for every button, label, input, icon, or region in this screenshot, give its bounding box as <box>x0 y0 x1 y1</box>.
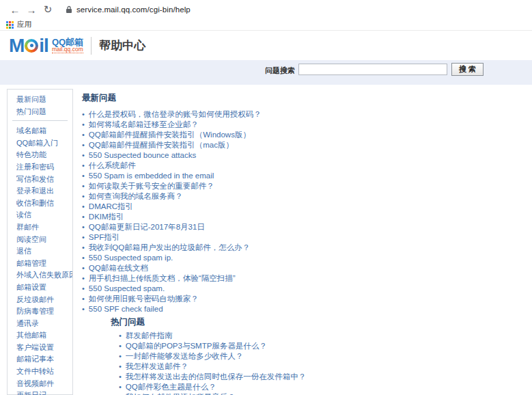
list-item: 我如何在邮件里添加背景音乐？ <box>119 392 526 395</box>
sidebar-link[interactable]: 最新问题 <box>16 95 46 103</box>
latest-question-link[interactable]: 550 Spam is embedded in the email <box>89 172 214 180</box>
bookmark-apps[interactable]: 应用 <box>17 20 31 29</box>
latest-question-link[interactable]: 如何读取关于账号安全的重要邮件？ <box>89 182 214 190</box>
latest-questions-list: 什么是授权码，微信登录的账号如何使用授权码？如何将域名邮箱迁移至企业邮？QQ邮箱… <box>82 109 526 314</box>
hot-question-link[interactable]: 一封邮件能够发送给多少收件人？ <box>126 352 244 360</box>
hot-question-link[interactable]: 群发邮件指南 <box>126 331 173 340</box>
sidebar-link[interactable]: 防病毒管理 <box>16 307 54 315</box>
list-item: 我怎样发送邮件？ <box>119 362 526 372</box>
sidebar-link[interactable]: 邮箱记事本 <box>16 355 54 363</box>
list-item: 退信 <box>8 245 72 257</box>
logo-ring-icon <box>25 39 38 53</box>
latest-question-link[interactable]: 如何将域名邮箱迁移至企业邮？ <box>89 120 199 128</box>
list-item: DKIM指引 <box>82 212 526 222</box>
address-bar[interactable]: service.mail.qq.com/cgi-bin/help <box>66 5 191 14</box>
sidebar-link[interactable]: 邮箱管理 <box>16 259 46 267</box>
site-header: M il QQ邮箱 mail.qq.com 帮助中心 <box>0 31 532 60</box>
list-item: 550 Suspected spam ip. <box>82 253 526 263</box>
list-item: DMARC指引 <box>82 202 526 212</box>
list-item: 群发邮件指南 <box>119 331 526 341</box>
sidebar-link[interactable]: 阅读空间 <box>16 235 46 243</box>
sidebar-link[interactable]: 登录和退出 <box>16 187 54 195</box>
sidebar-link[interactable]: 收信和删信 <box>16 199 54 207</box>
sidebar-link[interactable]: 邮箱设置 <box>16 283 46 291</box>
list-item: 我收到QQ邮箱用户发出的垃圾邮件，怎么办？ <box>82 243 526 253</box>
sidebar-link[interactable]: 文件中转站 <box>16 367 54 375</box>
latest-question-link[interactable]: 我收到QQ邮箱用户发出的垃圾邮件，怎么办？ <box>89 243 250 251</box>
latest-questions-title: 最新问题 <box>82 92 526 104</box>
sidebar-divider <box>12 120 68 121</box>
latest-question-link[interactable]: 如何查询我的域名服务商？ <box>89 192 183 200</box>
latest-question-link[interactable]: DKIM指引 <box>89 213 124 221</box>
search-button[interactable]: 搜 索 <box>451 63 484 76</box>
list-item: QQ邮箱入门 <box>8 137 72 149</box>
sidebar-link[interactable]: 通讯录 <box>16 319 39 327</box>
url-text: service.mail.qq.com/cgi-bin/help <box>76 5 191 14</box>
sidebar-link[interactable]: 退信 <box>16 247 31 255</box>
latest-question-link[interactable]: 550 SPF check failed <box>89 305 163 313</box>
qqmail-logo[interactable]: M il QQ邮箱 mail.qq.com <box>9 36 83 55</box>
apps-grid-icon[interactable] <box>6 21 14 29</box>
sidebar-primary-list: 最新问题热门问题 <box>8 93 72 117</box>
reload-icon[interactable]: ↻ <box>40 3 56 16</box>
list-item: 一封邮件能够发送给多少收件人？ <box>119 351 526 362</box>
sidebar-link[interactable]: 特色功能 <box>16 150 46 159</box>
list-item: QQ邮件彩色主题是什么？ <box>119 382 526 392</box>
list-item: 550 SPF check failed <box>82 304 526 314</box>
sidebar-link[interactable]: 写信和发信 <box>16 175 54 183</box>
sidebar-link[interactable]: 音视频邮件 <box>16 379 54 387</box>
brand-name: QQ邮箱 <box>52 38 83 47</box>
back-icon[interactable]: ← <box>7 4 23 16</box>
sidebar-link[interactable]: 更新日记 <box>16 391 46 395</box>
latest-question-link[interactable]: 550 Suspected bounce attacks <box>89 151 196 159</box>
list-item: 550 Suspected spam. <box>82 284 526 294</box>
latest-question-link[interactable]: QQ邮箱邮件提醒插件安装指引（mac版） <box>89 141 234 149</box>
list-item: 550 Spam is embedded in the email <box>82 171 526 181</box>
hot-questions-list: 群发邮件指南QQ邮箱的POP3与SMTP服务器是什么？一封邮件能够发送给多少收件… <box>119 331 526 395</box>
list-item: 其他邮箱 <box>8 329 72 341</box>
list-item: QQ邮箱邮件提醒插件安装指引（mac版） <box>82 140 526 150</box>
latest-question-link[interactable]: QQ邮箱更新日记-2017年8月31日 <box>89 223 205 231</box>
list-item: 如何读取关于账号安全的重要邮件？ <box>82 181 526 191</box>
list-item: 如何使用旧账号密码自动搬家？ <box>82 294 526 304</box>
sidebar-link[interactable]: 客户端设置 <box>16 343 54 351</box>
search-input[interactable] <box>298 64 447 75</box>
latest-question-link[interactable]: 550 Suspected spam. <box>89 284 165 292</box>
sidebar-link[interactable]: 群邮件 <box>16 223 39 231</box>
latest-question-link[interactable]: QQ邮箱邮件提醒插件安装指引（Windows版） <box>89 131 251 139</box>
sidebar-link[interactable]: 注册和密码 <box>16 163 54 171</box>
latest-question-link[interactable]: 什么是授权码，微信登录的账号如何使用授权码？ <box>89 110 262 118</box>
latest-question-link[interactable]: 什么系统邮件 <box>89 161 136 169</box>
list-item: 群邮件 <box>8 221 72 233</box>
forward-icon[interactable]: → <box>23 4 40 16</box>
sidebar-link[interactable]: 读信 <box>16 210 31 219</box>
sidebar: 最新问题热门问题 域名邮箱QQ邮箱入门特色功能注册和密码写信和发信登录和退出收信… <box>7 89 73 395</box>
list-item: 热门问题 <box>8 105 72 118</box>
list-item: 550 Suspected bounce attacks <box>82 150 526 161</box>
latest-question-link[interactable]: 如何使用旧账号密码自动搬家？ <box>89 295 199 303</box>
list-item: 防病毒管理 <box>8 305 72 317</box>
latest-question-link[interactable]: DMARC指引 <box>89 202 133 210</box>
latest-question-link[interactable]: 用手机扫描上传纸质文档，体验“隔空扫描” <box>89 274 236 282</box>
sidebar-link[interactable]: 其他邮箱 <box>16 331 46 339</box>
hot-questions-title: 热门问题 <box>111 316 526 328</box>
sidebar-link[interactable]: 反垃圾邮件 <box>16 295 54 303</box>
main-content: 最新问题 什么是授权码，微信登录的账号如何使用授权码？如何将域名邮箱迁移至企业邮… <box>82 89 526 395</box>
list-item: 通讯录 <box>8 317 72 329</box>
hot-question-link[interactable]: 我怎样发送邮件？ <box>126 362 188 370</box>
list-item: 注册和密码 <box>8 161 72 173</box>
sidebar-link[interactable]: QQ邮箱入门 <box>16 139 58 147</box>
hot-question-link[interactable]: 我怎样将发送出去的信同时也保存一份在发件箱中？ <box>126 372 307 381</box>
hot-question-link[interactable]: QQ邮件彩色主题是什么？ <box>126 383 216 391</box>
list-item: 客户端设置 <box>8 341 72 353</box>
sidebar-link[interactable]: 域名邮箱 <box>16 126 46 135</box>
latest-question-link[interactable]: 550 Suspected spam ip. <box>89 254 173 262</box>
logo-letter-m: M <box>9 36 24 55</box>
sidebar-link[interactable]: 外域入信失败原因 <box>16 271 72 279</box>
latest-question-link[interactable]: QQ邮箱在线文档 <box>89 264 148 272</box>
hot-question-link[interactable]: QQ邮箱的POP3与SMTP服务器是什么？ <box>126 342 267 350</box>
sidebar-link[interactable]: 热门问题 <box>16 107 46 115</box>
header-divider <box>91 37 92 55</box>
latest-question-link[interactable]: SPF指引 <box>89 233 120 241</box>
list-item: QQ邮箱在线文档 <box>82 263 526 273</box>
